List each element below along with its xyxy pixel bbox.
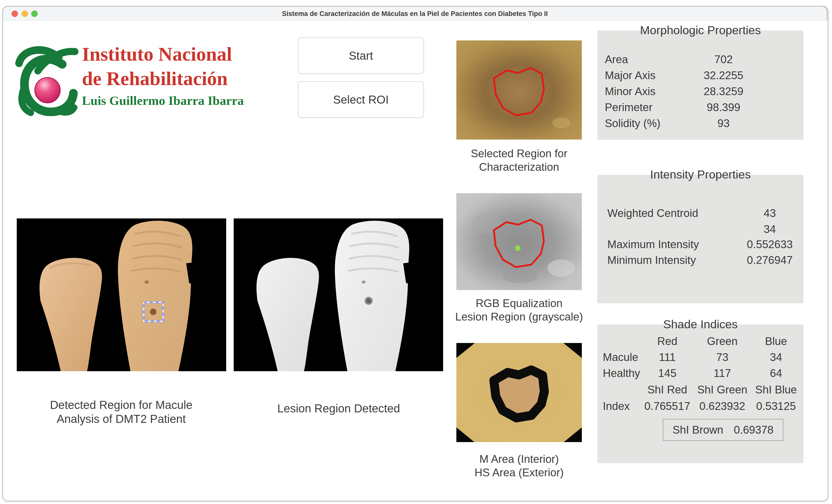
rgb-equalization-image xyxy=(457,193,582,290)
m-area-image xyxy=(457,343,582,442)
intensity-row-min: Minimum Intensity 0.276947 xyxy=(607,254,802,267)
shade-row-macule: Macule 111 73 34 xyxy=(600,351,801,364)
macule-ring xyxy=(494,370,544,418)
shade-shi-header-row: ShI Red ShI Green ShI Blue xyxy=(600,383,801,396)
m-area-caption: M Area (Interior) HS Area (Exterior) xyxy=(429,452,609,479)
shade-title: Shade Indices xyxy=(597,317,804,331)
intensity-row-centroid-y: 34 xyxy=(607,223,802,236)
shi-brown-box: ShI Brown 0.69378 xyxy=(663,419,783,441)
selected-region-image xyxy=(457,40,582,140)
shade-row-healthy: Healthy 145 117 64 xyxy=(600,366,801,380)
inr-logo-icon xyxy=(15,40,79,116)
logo-text-line1: Instituto Nacional xyxy=(82,45,232,64)
leg-notch xyxy=(186,261,206,283)
detected-region-caption: Detected Region for Macule Analysis of D… xyxy=(31,398,211,426)
start-button[interactable]: Start xyxy=(298,37,424,74)
shade-header-row: Red Green Blue xyxy=(600,335,801,348)
morphologic-row-perimeter: Perimeter 98.399 xyxy=(605,101,760,114)
centroid-marker-icon xyxy=(515,245,521,251)
select-roi-button[interactable]: Select ROI xyxy=(298,81,424,118)
shi-brown-label: ShI Brown xyxy=(673,424,723,436)
intensity-row-centroid: Weighted Centroid 43 xyxy=(607,207,802,220)
shi-brown-value: 0.69378 xyxy=(734,424,774,436)
rgb-equalization-caption: RGB Equalization Lesion Region (grayscal… xyxy=(429,297,609,323)
lesion-region-image xyxy=(234,218,443,371)
detected-region-image xyxy=(17,218,226,371)
morphologic-row-solidity: Solidity (%) 93 xyxy=(605,117,760,130)
window-title: Sistema de Caracterización de Máculas en… xyxy=(2,10,827,18)
morphologic-row-minor-axis: Minor Axis 28.3259 xyxy=(605,85,760,98)
lesion-region-caption: Lesion Region Detected xyxy=(249,401,428,415)
shade-index-row: Index 0.765517 0.623932 0.53125 xyxy=(600,399,801,413)
intensity-row-max: Maximum Intensity 0.552633 xyxy=(607,238,802,251)
selected-region-caption: Selected Region for Characterization xyxy=(429,147,609,173)
logo-text-line3: Luis Guillermo Ibarra Ibarra xyxy=(82,94,244,107)
macule-spot xyxy=(150,309,156,315)
morphologic-row-area: Area 702 xyxy=(605,53,760,66)
morphologic-row-major-axis: Major Axis 32.2255 xyxy=(605,69,760,82)
lesion-spot-gray xyxy=(366,299,371,303)
logo-text-line2: de Rehabilitación xyxy=(82,69,228,88)
morphologic-title: Morphologic Properties xyxy=(597,23,804,37)
intensity-title: Intensity Properties xyxy=(597,168,804,181)
